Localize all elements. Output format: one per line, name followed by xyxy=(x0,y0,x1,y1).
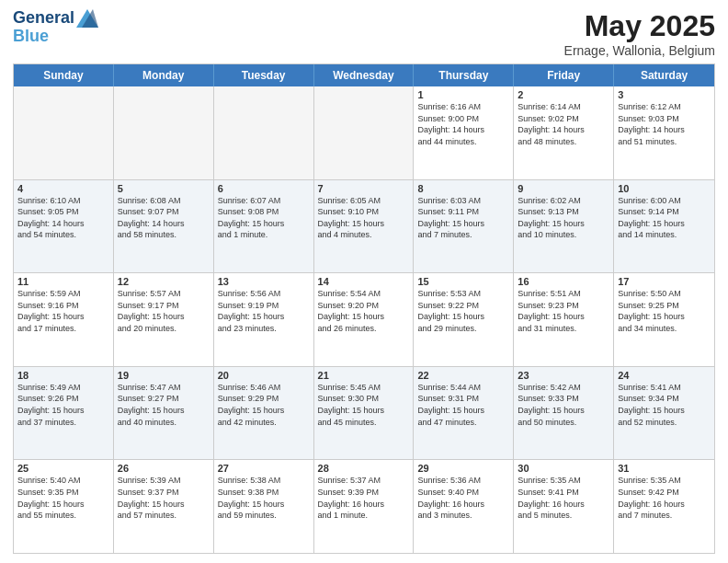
cell-date-number: 28 xyxy=(318,463,410,474)
cell-date-number: 6 xyxy=(218,183,310,194)
calendar-row-4: 25Sunrise: 5:40 AM Sunset: 9:35 PM Dayli… xyxy=(14,459,714,553)
calendar-header: SundayMondayTuesdayWednesdayThursdayFrid… xyxy=(14,64,714,86)
calendar-cell-11: 11Sunrise: 5:59 AM Sunset: 9:16 PM Dayli… xyxy=(14,273,114,366)
calendar-cell-9: 9Sunrise: 6:02 AM Sunset: 9:13 PM Daylig… xyxy=(514,180,614,273)
calendar-cell-21: 21Sunrise: 5:45 AM Sunset: 9:30 PM Dayli… xyxy=(314,367,415,460)
calendar-cell-17: 17Sunrise: 5:50 AM Sunset: 9:25 PM Dayli… xyxy=(614,273,714,366)
cell-date-number: 14 xyxy=(318,276,410,287)
cell-date-number: 13 xyxy=(218,276,310,287)
calendar-cell-14: 14Sunrise: 5:54 AM Sunset: 9:20 PM Dayli… xyxy=(314,273,415,366)
calendar-row-3: 18Sunrise: 5:49 AM Sunset: 9:26 PM Dayli… xyxy=(14,366,714,460)
calendar-cell-2: 2Sunrise: 6:14 AM Sunset: 9:02 PM Daylig… xyxy=(514,86,614,179)
cell-date-number: 11 xyxy=(17,276,109,287)
cell-info: Sunrise: 6:16 AM Sunset: 9:00 PM Dayligh… xyxy=(417,101,509,147)
cell-info: Sunrise: 6:02 AM Sunset: 9:13 PM Dayligh… xyxy=(518,195,609,241)
day-header-monday: Monday xyxy=(114,64,214,86)
cell-date-number: 27 xyxy=(218,463,310,474)
cell-date-number: 19 xyxy=(118,370,210,381)
logo: General Blue xyxy=(13,9,98,46)
day-header-saturday: Saturday xyxy=(614,64,714,86)
cell-info: Sunrise: 5:37 AM Sunset: 9:39 PM Dayligh… xyxy=(318,475,410,521)
logo-text-line1: General xyxy=(13,9,74,28)
calendar-cell-5: 5Sunrise: 6:08 AM Sunset: 9:07 PM Daylig… xyxy=(114,180,214,273)
calendar-cell-29: 29Sunrise: 5:36 AM Sunset: 9:40 PM Dayli… xyxy=(414,460,514,553)
cell-info: Sunrise: 5:38 AM Sunset: 9:38 PM Dayligh… xyxy=(218,475,310,521)
cell-date-number: 30 xyxy=(518,463,609,474)
calendar-cell-23: 23Sunrise: 5:42 AM Sunset: 9:33 PM Dayli… xyxy=(514,367,614,460)
cell-info: Sunrise: 5:35 AM Sunset: 9:42 PM Dayligh… xyxy=(618,475,711,521)
cell-info: Sunrise: 5:46 AM Sunset: 9:29 PM Dayligh… xyxy=(218,382,310,428)
calendar-cell-19: 19Sunrise: 5:47 AM Sunset: 9:27 PM Dayli… xyxy=(114,367,214,460)
cell-date-number: 2 xyxy=(518,89,609,100)
calendar-cell-25: 25Sunrise: 5:40 AM Sunset: 9:35 PM Dayli… xyxy=(14,460,114,553)
cell-info: Sunrise: 5:56 AM Sunset: 9:19 PM Dayligh… xyxy=(218,288,310,334)
calendar: SundayMondayTuesdayWednesdayThursdayFrid… xyxy=(13,63,715,554)
calendar-body: 1Sunrise: 6:16 AM Sunset: 9:00 PM Daylig… xyxy=(14,86,714,553)
calendar-cell-6: 6Sunrise: 6:07 AM Sunset: 9:08 PM Daylig… xyxy=(214,180,314,273)
empty-cell xyxy=(114,86,214,179)
page: General Blue May 2025 Ernage, Wallonia, … xyxy=(0,0,728,563)
cell-date-number: 12 xyxy=(118,276,210,287)
calendar-cell-31: 31Sunrise: 5:35 AM Sunset: 9:42 PM Dayli… xyxy=(614,460,714,553)
title-section: May 2025 Ernage, Wallonia, Belgium xyxy=(564,9,715,58)
empty-cell xyxy=(14,86,114,179)
cell-date-number: 16 xyxy=(518,276,609,287)
cell-info: Sunrise: 5:47 AM Sunset: 9:27 PM Dayligh… xyxy=(118,382,210,428)
cell-date-number: 31 xyxy=(618,463,711,474)
calendar-cell-27: 27Sunrise: 5:38 AM Sunset: 9:38 PM Dayli… xyxy=(214,460,314,553)
cell-date-number: 4 xyxy=(17,183,109,194)
calendar-cell-1: 1Sunrise: 6:16 AM Sunset: 9:00 PM Daylig… xyxy=(414,86,514,179)
calendar-row-1: 4Sunrise: 6:10 AM Sunset: 9:05 PM Daylig… xyxy=(14,179,714,273)
location: Ernage, Wallonia, Belgium xyxy=(564,43,715,58)
calendar-row-0: 1Sunrise: 6:16 AM Sunset: 9:00 PM Daylig… xyxy=(14,86,714,179)
cell-info: Sunrise: 5:59 AM Sunset: 9:16 PM Dayligh… xyxy=(17,288,109,334)
cell-info: Sunrise: 5:45 AM Sunset: 9:30 PM Dayligh… xyxy=(318,382,410,428)
day-header-friday: Friday xyxy=(514,64,614,86)
cell-date-number: 24 xyxy=(618,370,711,381)
cell-date-number: 7 xyxy=(318,183,410,194)
cell-date-number: 10 xyxy=(618,183,711,194)
calendar-cell-4: 4Sunrise: 6:10 AM Sunset: 9:05 PM Daylig… xyxy=(14,180,114,273)
cell-info: Sunrise: 6:03 AM Sunset: 9:11 PM Dayligh… xyxy=(417,195,509,241)
calendar-cell-12: 12Sunrise: 5:57 AM Sunset: 9:17 PM Dayli… xyxy=(114,273,214,366)
day-header-tuesday: Tuesday xyxy=(214,64,314,86)
cell-info: Sunrise: 6:07 AM Sunset: 9:08 PM Dayligh… xyxy=(218,195,310,241)
empty-cell xyxy=(214,86,314,179)
cell-date-number: 1 xyxy=(417,89,509,100)
logo-text-line2: Blue xyxy=(13,28,98,46)
cell-info: Sunrise: 5:36 AM Sunset: 9:40 PM Dayligh… xyxy=(417,475,509,521)
day-header-thursday: Thursday xyxy=(414,64,514,86)
cell-info: Sunrise: 5:57 AM Sunset: 9:17 PM Dayligh… xyxy=(118,288,210,334)
calendar-cell-30: 30Sunrise: 5:35 AM Sunset: 9:41 PM Dayli… xyxy=(514,460,614,553)
calendar-cell-15: 15Sunrise: 5:53 AM Sunset: 9:22 PM Dayli… xyxy=(414,273,514,366)
day-header-wednesday: Wednesday xyxy=(314,64,415,86)
calendar-cell-24: 24Sunrise: 5:41 AM Sunset: 9:34 PM Dayli… xyxy=(614,367,714,460)
cell-info: Sunrise: 5:49 AM Sunset: 9:26 PM Dayligh… xyxy=(17,382,109,428)
cell-date-number: 26 xyxy=(118,463,210,474)
cell-date-number: 8 xyxy=(417,183,509,194)
calendar-cell-13: 13Sunrise: 5:56 AM Sunset: 9:19 PM Dayli… xyxy=(214,273,314,366)
calendar-cell-22: 22Sunrise: 5:44 AM Sunset: 9:31 PM Dayli… xyxy=(414,367,514,460)
calendar-cell-28: 28Sunrise: 5:37 AM Sunset: 9:39 PM Dayli… xyxy=(314,460,415,553)
cell-info: Sunrise: 5:35 AM Sunset: 9:41 PM Dayligh… xyxy=(518,475,609,521)
cell-date-number: 22 xyxy=(417,370,509,381)
cell-info: Sunrise: 6:05 AM Sunset: 9:10 PM Dayligh… xyxy=(318,195,410,241)
cell-date-number: 21 xyxy=(318,370,410,381)
cell-info: Sunrise: 6:10 AM Sunset: 9:05 PM Dayligh… xyxy=(17,195,109,241)
logo-icon xyxy=(76,9,98,28)
cell-date-number: 5 xyxy=(118,183,210,194)
cell-info: Sunrise: 6:14 AM Sunset: 9:02 PM Dayligh… xyxy=(518,101,609,147)
cell-info: Sunrise: 5:50 AM Sunset: 9:25 PM Dayligh… xyxy=(618,288,711,334)
cell-date-number: 29 xyxy=(417,463,509,474)
cell-date-number: 15 xyxy=(417,276,509,287)
month-title: May 2025 xyxy=(564,9,715,43)
cell-info: Sunrise: 6:12 AM Sunset: 9:03 PM Dayligh… xyxy=(618,101,711,147)
calendar-cell-20: 20Sunrise: 5:46 AM Sunset: 9:29 PM Dayli… xyxy=(214,367,314,460)
calendar-cell-3: 3Sunrise: 6:12 AM Sunset: 9:03 PM Daylig… xyxy=(614,86,714,179)
cell-info: Sunrise: 6:08 AM Sunset: 9:07 PM Dayligh… xyxy=(118,195,210,241)
cell-date-number: 17 xyxy=(618,276,711,287)
calendar-cell-18: 18Sunrise: 5:49 AM Sunset: 9:26 PM Dayli… xyxy=(14,367,114,460)
calendar-row-2: 11Sunrise: 5:59 AM Sunset: 9:16 PM Dayli… xyxy=(14,272,714,366)
cell-date-number: 3 xyxy=(618,89,711,100)
cell-date-number: 9 xyxy=(518,183,609,194)
